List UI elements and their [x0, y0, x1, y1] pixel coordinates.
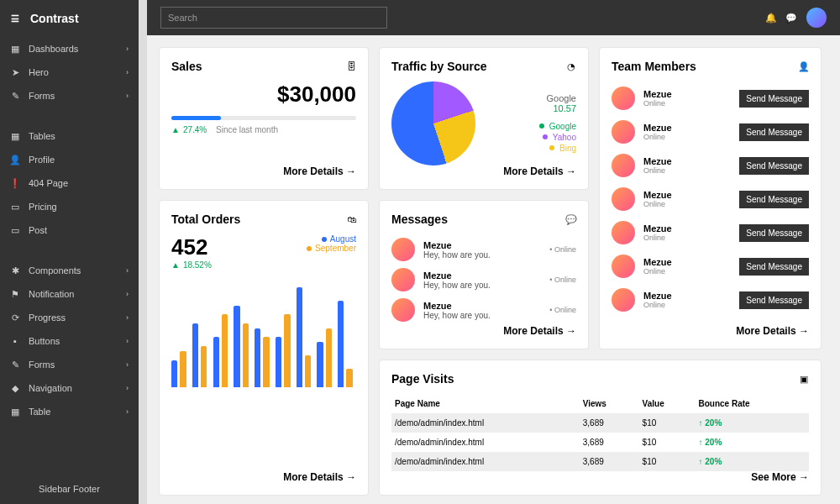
team-row: MezueOnlineSend Message: [612, 283, 809, 317]
send-message-button[interactable]: Send Message: [739, 258, 809, 276]
team-row: MezueOnlineSend Message: [612, 249, 809, 283]
sidebar-item-progress[interactable]: ⟳Progress›: [0, 306, 139, 329]
sidebar-item-hero[interactable]: ➤Hero›: [0, 60, 139, 84]
bar: [243, 323, 249, 387]
buttons-icon: ▪: [10, 336, 20, 346]
sidebar-item-profile[interactable]: 👤Profile: [0, 148, 139, 171]
bag-icon: 🛍: [346, 214, 356, 224]
chevron-right-icon: ›: [126, 92, 129, 100]
message-row[interactable]: MezueHey, how are you.• Online: [391, 265, 576, 295]
member-name: Mezue: [643, 257, 672, 267]
sidebar-item-components[interactable]: ✱Components›: [0, 259, 139, 282]
table-row: /demo/admin/index.html3,689$10↑ 20%: [391, 413, 809, 433]
sidebar-item-forms[interactable]: ✎Forms›: [0, 353, 139, 376]
member-name: Mezue: [643, 223, 672, 234]
send-message-button[interactable]: Send Message: [739, 291, 809, 309]
bar: [201, 346, 207, 387]
team-row: MezueOnlineSend Message: [612, 149, 809, 182]
search-input[interactable]: Search: [160, 7, 387, 29]
orders-value: 452: [171, 234, 212, 260]
send-message-button[interactable]: Send Message: [739, 123, 809, 141]
member-status: Online: [643, 267, 672, 276]
sidebar-item-table[interactable]: ▦Table›: [0, 400, 139, 423]
member-name: Mezue: [643, 123, 672, 133]
sidebar-item-post[interactable]: ▭Post: [0, 218, 139, 242]
bar: [346, 369, 352, 387]
more-details-link[interactable]: More Details →: [171, 165, 356, 177]
message-status: • Online: [549, 276, 576, 284]
message-status: • Online: [549, 245, 576, 254]
scrollbar[interactable]: [139, 0, 147, 504]
sidebar-item-404-page[interactable]: ❗404 Page: [0, 171, 139, 195]
sidebar-item-forms[interactable]: ✎Forms›: [0, 84, 139, 108]
progress-fill: [171, 116, 221, 120]
avatar: [612, 221, 635, 244]
orders-card: Total Orders 🛍 452 ▲ 18.52% AugustSeptem…: [159, 200, 369, 496]
sidebar: ☰ Contrast ▦Dashboards›➤Hero›✎Forms›▦Tab…: [0, 0, 139, 504]
chevron-right-icon: ›: [126, 384, 129, 392]
more-details-link[interactable]: More Details →: [171, 471, 356, 483]
chevron-right-icon: ›: [126, 407, 129, 416]
sidebar-item-pricing[interactable]: ▭Pricing: [0, 195, 139, 218]
bar: [234, 306, 239, 388]
avatar: [612, 255, 635, 278]
member-status: Online: [643, 234, 672, 242]
bar: [180, 351, 186, 387]
message-row[interactable]: MezueHey, how are you.• Online: [391, 234, 576, 265]
sidebar-item-label: Profile: [29, 155, 55, 165]
avatar: [612, 87, 635, 110]
sidebar-item-dashboards[interactable]: ▦Dashboards›: [0, 37, 139, 60]
member-status: Online: [643, 99, 672, 108]
menu-icon[interactable]: ☰: [10, 13, 20, 24]
pie-chart: [391, 81, 475, 165]
card-title: Team Members: [612, 60, 696, 73]
send-message-button[interactable]: Send Message: [739, 191, 809, 208]
bar-chart: [171, 278, 356, 387]
see-more-link[interactable]: See More →: [391, 471, 809, 483]
member-name: Mezue: [643, 190, 672, 200]
sidebar-item-label: Tables: [29, 131, 55, 141]
topbar: Search 🔔 💬: [147, 0, 840, 35]
more-details-link[interactable]: More Details →: [391, 325, 576, 337]
progress-icon: ⟳: [10, 312, 20, 323]
avatar[interactable]: [806, 8, 827, 28]
sidebar-item-label: Buttons: [29, 336, 60, 346]
card-title: Page Visits: [391, 372, 454, 386]
dashboards-icon: ▦: [10, 44, 20, 54]
message-text: Hey, how are you.: [423, 250, 491, 260]
bell-icon[interactable]: 🔔: [766, 13, 776, 23]
bar: [255, 328, 260, 387]
404 page-icon: ❗: [10, 178, 20, 188]
avatar: [391, 238, 415, 261]
table-header: Views: [580, 394, 639, 413]
card-title: Messages: [391, 213, 448, 226]
sidebar-item-label: Pricing: [29, 202, 57, 212]
message-row[interactable]: MezueHey, how are you.• Online: [391, 295, 576, 325]
sales-delta: ▲ 27.4% Since last month: [171, 125, 356, 134]
avatar: [612, 187, 635, 211]
bar: [297, 287, 302, 387]
profile-icon: 👤: [10, 155, 20, 165]
bar: [305, 355, 311, 387]
legend-dot: [543, 134, 548, 139]
table-header: Bounce Rate: [696, 394, 810, 413]
more-details-link[interactable]: More Details →: [391, 165, 576, 177]
sidebar-item-buttons[interactable]: ▪Buttons›: [0, 329, 139, 353]
visits-card: Page Visits ▣ Page NameViewsValueBounce …: [379, 360, 822, 496]
more-details-link[interactable]: More Details →: [612, 325, 809, 337]
sidebar-item-notification[interactable]: ⚑Notification›: [0, 282, 139, 306]
message-text: Hey, how are you.: [423, 311, 491, 320]
message-text: Hey, how are you.: [423, 281, 491, 290]
messages-card: Messages 💬 MezueHey, how are you.• Onlin…: [379, 200, 589, 349]
bar: [284, 314, 290, 387]
sidebar-item-tables[interactable]: ▦Tables: [0, 124, 139, 148]
forms-icon: ✎: [10, 360, 20, 370]
send-message-button[interactable]: Send Message: [739, 90, 809, 108]
sidebar-item-navigation[interactable]: ◆Navigation›: [0, 376, 139, 400]
send-message-button[interactable]: Send Message: [739, 157, 809, 175]
post-icon: ▭: [10, 225, 20, 235]
send-message-button[interactable]: Send Message: [739, 224, 809, 242]
chat-icon[interactable]: 💬: [786, 13, 796, 23]
content: Sales 🗄 $30,000 ▲ 27.4% Since last month…: [147, 35, 840, 504]
bar: [192, 323, 198, 387]
